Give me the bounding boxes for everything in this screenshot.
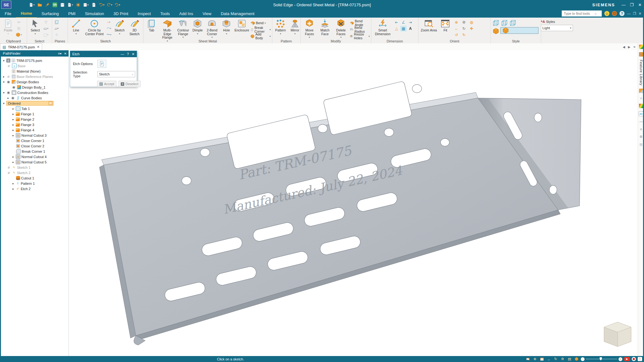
feedback-frown-icon[interactable]: ☹: [612, 11, 617, 16]
rotate-ccw-icon[interactable]: ↻: [460, 32, 467, 38]
etch-options-button[interactable]: [97, 60, 106, 68]
save-as-icon[interactable]: ▾: [67, 2, 73, 8]
search-input[interactable]: [563, 11, 595, 16]
tree-item[interactable]: ▸◘Normal Cutout 5: [1, 159, 69, 165]
match-face-button[interactable]: Match Face: [318, 19, 332, 36]
tree-item[interactable]: ▸Tab 1: [1, 106, 69, 111]
cut-icon[interactable]: ✂: [16, 19, 22, 25]
hole-button[interactable]: Hole▾: [219, 19, 233, 36]
hidden-eye-icon[interactable]: ⌀: [7, 165, 11, 169]
coordinate-dimension-icon[interactable]: ⇥: [407, 19, 414, 25]
tab-list-close-icon[interactable]: ✕: [633, 45, 636, 49]
line-button[interactable]: Line▾: [69, 19, 83, 36]
symmetric-diameter-icon[interactable]: △: [393, 26, 400, 31]
distance-between-icon[interactable]: ⇤: [393, 19, 400, 25]
3d-sketch-button[interactable]: 3D Sketch: [127, 19, 142, 36]
rotate-status-icon[interactable]: ↻: [553, 357, 558, 361]
menu-tab-inspect[interactable]: Inspect: [133, 9, 156, 18]
pan-status-icon[interactable]: ↔: [546, 357, 551, 361]
zoom-icon[interactable]: ⊕: [453, 19, 460, 25]
hidden-eye-icon[interactable]: ⌀: [6, 74, 11, 79]
tree-item[interactable]: ⌀✎Sketch 1: [1, 165, 69, 170]
menu-tab-pmi[interactable]: PMI: [64, 9, 80, 18]
pathfinder-filter-icon[interactable]: ≡▾: [58, 52, 62, 55]
tree-item[interactable]: ⌀✎Sketch 2: [1, 170, 69, 175]
face-style-dropdown[interactable]: Light▾: [541, 25, 573, 31]
wireframe-style-icon[interactable]: [492, 19, 500, 27]
curve-icon[interactable]: 〜 ▾: [106, 32, 112, 37]
command-search[interactable]: ⌕: [562, 10, 602, 17]
rotate-view-icon[interactable]: ⚙: [460, 19, 467, 25]
record-icon[interactable]: [632, 357, 636, 361]
break-corner-button[interactable]: Break Corner▾: [250, 27, 271, 32]
accept-button[interactable]: ✓Accept: [97, 81, 116, 87]
selection-type-dropdown[interactable]: Sketch⌄: [97, 71, 135, 77]
tree-item[interactable]: ▸◘Normal Cutout 4: [1, 154, 69, 159]
visible-eye-icon[interactable]: ◉: [6, 90, 11, 95]
simulation-results-icon[interactable]: [639, 45, 643, 49]
paste-options-icon[interactable]: ▾: [16, 32, 22, 37]
minimize-button[interactable]: —: [619, 0, 628, 9]
tree-item[interactable]: ▸◘Normal Cutout 3: [1, 133, 69, 138]
shaded-with-edges-style-icon[interactable]: [501, 27, 538, 34]
relate-icon[interactable]: ▦: [400, 26, 407, 31]
menu-tab-tools[interactable]: Tools: [156, 9, 175, 18]
menu-tab-simulation[interactable]: Simulation: [80, 9, 109, 18]
etch-dialog-header[interactable]: Etch — ? ✕: [70, 51, 137, 57]
select-fence-icon[interactable]: ⬚ ▾: [43, 32, 49, 37]
zoom-slider-thumb[interactable]: [600, 357, 602, 360]
pin-icon[interactable]: [45, 2, 50, 8]
open-icon[interactable]: [37, 2, 42, 8]
components-icon[interactable]: [639, 89, 643, 93]
pattern-button[interactable]: Pattern▾: [274, 19, 287, 36]
rectangle-icon[interactable]: ▫ ▾: [106, 19, 112, 25]
copy-icon[interactable]: ⎘: [16, 26, 22, 31]
tree-item[interactable]: ⬢Close Corner 1: [1, 138, 69, 143]
view-settings-status-icon[interactable]: ⚙: [560, 357, 565, 361]
settings-panel-icon[interactable]: ⚙: [639, 134, 643, 139]
menu-tab-3d-print[interactable]: 3D Print: [109, 9, 133, 18]
ribbon-close-icon[interactable]: ✕: [639, 12, 641, 16]
keypoint-icon[interactable]: ⊶: [639, 119, 643, 124]
2-bend-corner-button[interactable]: 2-Bend Corner▾: [205, 19, 219, 39]
zoom-slider-track[interactable]: [586, 359, 617, 359]
visible-edges-style-icon[interactable]: [501, 19, 508, 27]
smart-dimension-button[interactable]: Smart Dimension: [373, 19, 393, 36]
save-icon[interactable]: [59, 2, 65, 8]
tree-item[interactable]: ▸⌀▱Base Reference Planes: [1, 74, 69, 79]
shaded-view-icon[interactable]: ◍: [468, 19, 475, 25]
bend-angle-button[interactable]: Bend Angle: [350, 20, 370, 25]
document-tab-close-icon[interactable]: ✕: [37, 45, 40, 49]
close-document-icon[interactable]: [91, 2, 97, 8]
redo-icon[interactable]: ▾: [107, 2, 112, 8]
dimple-button[interactable]: Dimple▾: [191, 19, 204, 36]
pathfinder-close-icon[interactable]: ✕: [64, 52, 67, 55]
tree-item[interactable]: ⬢Close Corner 2: [1, 143, 69, 149]
view-styles-status-icon[interactable]: [574, 357, 579, 361]
fit-button[interactable]: Fit: [438, 19, 452, 33]
bend-radius-button[interactable]: Bend Radius: [350, 27, 370, 32]
menu-tab-add-ins[interactable]: Add Ins: [175, 9, 198, 18]
video-play-icon[interactable]: ▶: [624, 357, 630, 361]
select-button[interactable]: Select▾: [28, 19, 42, 36]
zoom-area-button[interactable]: Zoom Area: [420, 19, 438, 33]
tab-scroll-left-icon[interactable]: ◀: [623, 45, 625, 49]
menu-tab-home[interactable]: Home: [16, 9, 37, 18]
upload-icon[interactable]: ⇧: [638, 357, 642, 361]
select-box-icon[interactable]: ▭ ▾: [43, 26, 49, 31]
feature-library-icon[interactable]: [639, 52, 643, 57]
ordered-selected-row[interactable]: Ordered: [6, 101, 53, 106]
dialog-minimize-icon[interactable]: —: [121, 52, 124, 56]
dimension-style-icon[interactable]: A: [407, 26, 414, 31]
ribbon-minimize-icon[interactable]: —: [627, 12, 630, 15]
tree-item[interactable]: Break Corner 1: [1, 149, 69, 154]
sketch-button[interactable]: Sketch▾: [113, 19, 126, 36]
hidden-eye-icon[interactable]: ⌀: [7, 171, 11, 175]
move-faces-button[interactable]: Move Faces▾: [302, 19, 317, 39]
copy-view-status-icon[interactable]: ▤: [567, 357, 572, 361]
zoom-area-status-icon[interactable]: [525, 357, 530, 361]
feedback-smile-icon[interactable]: ☺: [604, 11, 609, 16]
app-logo[interactable]: SE: [1, 1, 11, 9]
tree-item[interactable]: ⣿Material (None): [1, 69, 69, 74]
document-tab[interactable]: ▤ TRM-07175.psm ✕: [0, 43, 42, 50]
